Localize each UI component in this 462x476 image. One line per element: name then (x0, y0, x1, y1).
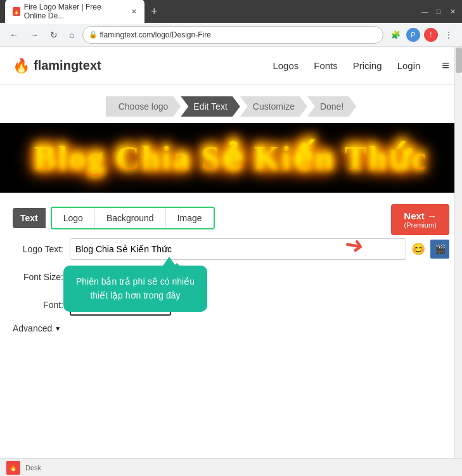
wizard-steps: Choose logo Edit Text Customize Done! (0, 85, 462, 123)
editor-area: Next → (Premium) Text Logo Background Im… (0, 193, 462, 340)
tab-bar: 🔥 Fire Logo Maker | Free Online De... ✕ … (5, 0, 415, 24)
font-size-label: Font Size: (13, 272, 70, 282)
lock-icon: 🔒 (89, 30, 98, 39)
step-customize-label: Customize (253, 101, 295, 112)
maximize-button[interactable]: □ (434, 7, 443, 16)
step-choose-logo[interactable]: Choose logo (106, 96, 181, 117)
address-bar: ← → ↻ ⌂ 🔒 flamingtext.com/logo/Design-Fi… (0, 23, 462, 47)
emoji-button[interactable]: 😊 (411, 242, 425, 256)
window-controls: — □ ✕ (420, 7, 457, 16)
tab-favicon: 🔥 (13, 7, 20, 16)
step-edit-text[interactable]: Edit Text (181, 96, 240, 117)
active-tab[interactable]: 🔥 Fire Logo Maker | Free Online De... ✕ (5, 0, 144, 24)
font-label: Font: (13, 300, 70, 310)
tab-container: Text Logo Background Image (13, 207, 449, 229)
browser-icons: 🧩 P ! ⋮ (388, 28, 456, 42)
step-edit-text-label: Edit Text (193, 101, 227, 112)
step-done-label: Done! (320, 101, 343, 112)
hamburger-menu[interactable]: ≡ (442, 58, 449, 73)
bottom-bar: 🔥 Desk (0, 458, 462, 476)
browser-titlebar: 🔥 Fire Logo Maker | Free Online De... ✕ … (0, 0, 462, 23)
logo-preview: Blog Chia Sẻ Kiến Thức (0, 123, 462, 193)
close-button[interactable]: ✕ (448, 7, 457, 16)
bottom-status: Desk (25, 464, 41, 472)
step-choose-logo-label: Choose logo (119, 101, 169, 112)
tooltip-text: Phiên bản trả phí sẽ có nhiềuthiết lập h… (76, 276, 195, 300)
tab-title: Fire Logo Maker | Free Online De... (24, 3, 125, 20)
tabs-box: Logo Background Image (51, 207, 215, 229)
reload-button[interactable]: ↻ (47, 29, 61, 41)
chevron-down-icon: ▼ (55, 325, 61, 332)
nav-fonts[interactable]: Fonts (314, 60, 338, 71)
scrollbar-track[interactable] (454, 47, 462, 476)
tab-close-button[interactable]: ✕ (131, 8, 137, 16)
next-button[interactable]: Next → (Premium) (391, 204, 449, 235)
address-input[interactable]: flamingtext.com/logo/Design-Fire (82, 26, 383, 44)
site-header: 🔥 flamingtext Logos Fonts Pricing Login … (0, 47, 462, 85)
preview-text: Blog Chia Sẻ Kiến Thức (34, 139, 428, 177)
nav-pricing[interactable]: Pricing (353, 60, 382, 71)
step-customize[interactable]: Customize (240, 96, 307, 117)
taskbar-icon[interactable]: 🔥 (6, 461, 20, 475)
logo-flame-icon: 🔥 (13, 58, 30, 74)
minimize-button[interactable]: — (420, 7, 429, 16)
extensions-icon[interactable]: 🧩 (388, 28, 402, 42)
image-tab[interactable]: Image (166, 208, 214, 228)
next-label: Next → (404, 210, 437, 221)
forward-button[interactable]: → (27, 29, 42, 41)
media-button[interactable]: 🎬 (430, 240, 449, 259)
tooltip-balloon: Phiên bản trả phí sẽ có nhiềuthiết lập h… (63, 266, 207, 312)
text-tab-label: Text (13, 208, 46, 228)
menu-icon[interactable]: ⋮ (442, 28, 456, 42)
main-nav: Logos Fonts Pricing Login ≡ (273, 58, 449, 73)
advanced-row[interactable]: Advanced ▼ (13, 323, 449, 333)
profile-icon[interactable]: P (406, 28, 420, 42)
logo-tab[interactable]: Logo (52, 208, 95, 228)
nav-login[interactable]: Login (397, 60, 421, 71)
scrollbar-thumb[interactable] (456, 48, 462, 73)
site-brand: flamingtext (34, 58, 101, 73)
advanced-label: Advanced (13, 323, 52, 333)
site-logo[interactable]: 🔥 flamingtext (13, 58, 101, 74)
background-tab[interactable]: Background (95, 208, 166, 228)
step-done[interactable]: Done! (307, 96, 356, 117)
nav-logos[interactable]: Logos (273, 60, 298, 71)
address-wrapper: 🔒 flamingtext.com/logo/Design-Fire (82, 26, 383, 44)
logo-text-label: Logo Text: (13, 244, 70, 254)
back-button[interactable]: ← (6, 29, 22, 41)
home-button[interactable]: ⌂ (66, 29, 77, 41)
premium-label: (Premium) (404, 221, 437, 229)
new-tab-button[interactable]: + (147, 5, 162, 18)
notification-icon[interactable]: ! (424, 28, 438, 42)
logo-text-row: Logo Text: 😊 🎬 (13, 238, 449, 260)
